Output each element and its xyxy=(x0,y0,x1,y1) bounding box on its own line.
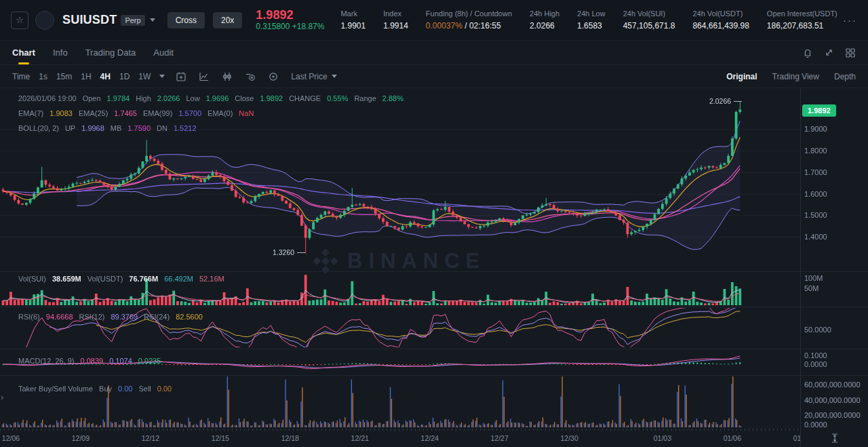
time-axis-label: 01/09 xyxy=(787,434,800,442)
price-chart-canvas[interactable] xyxy=(0,88,800,429)
stat-label: 24h Vol(SUI) xyxy=(623,9,675,18)
price-block: 1.9892 0.315800 +18.87% xyxy=(256,8,324,32)
tab-items: ChartInfoTrading DataAudit xyxy=(12,41,191,64)
time-axis-label: 12/27 xyxy=(485,434,515,442)
panel-collapse-chevron[interactable]: › xyxy=(1,392,3,402)
tab-audit[interactable]: Audit xyxy=(153,41,174,64)
legend-item: 1.9968 xyxy=(81,124,104,132)
interval-1h[interactable]: 1H xyxy=(81,72,91,81)
axis-scale-button[interactable] xyxy=(801,429,868,447)
coin-logo xyxy=(35,11,54,30)
legend-item: RSI(12) xyxy=(79,313,105,321)
price-axis-label: 1.4000 xyxy=(804,233,827,241)
interval-4h[interactable]: 4H xyxy=(100,72,111,81)
interval-1d[interactable]: 1D xyxy=(119,72,130,81)
legend-item: MACD(12, 26, 9) xyxy=(18,357,75,365)
stat-value: 186,207,683.51 xyxy=(767,21,837,31)
favorite-button[interactable]: ☆ xyxy=(11,12,28,29)
expand-icon[interactable] xyxy=(824,47,834,58)
time-axis[interactable]: 12/0612/0912/1212/1512/1812/2112/2412/27… xyxy=(0,429,800,447)
legend-item: 94.6668 xyxy=(46,313,73,321)
price-line-icon[interactable] xyxy=(268,71,279,82)
legend-item: 0.0235 xyxy=(138,357,161,365)
time-axis-label: 12/24 xyxy=(415,434,445,442)
stat-funding-8h-countdown: Funding (8h) / Countdown0.00037% / 02:16… xyxy=(426,9,512,31)
panel-separator xyxy=(0,349,868,349)
legend-item: Close xyxy=(235,94,254,102)
chart-style-icon[interactable] xyxy=(199,71,210,82)
price-axis-label: 1.6000 xyxy=(804,190,827,198)
volume-legend: Vol(SUI)38.659MVol(USDT)76.766M66.492M52… xyxy=(18,275,224,283)
legend-item: CHANGE xyxy=(289,94,321,102)
view-depth[interactable]: Depth xyxy=(834,72,856,81)
interval-1s[interactable]: 1s xyxy=(39,72,47,81)
layout-grid-icon[interactable] xyxy=(845,47,856,58)
taker-axis-label: 40,000,000.0000 xyxy=(804,396,861,404)
time-axis-label: 12/06 xyxy=(0,434,26,442)
stat-value: 1.9914 xyxy=(383,21,408,31)
price-axis-label: 1.9000 xyxy=(804,125,827,133)
tab-trading-data[interactable]: Trading Data xyxy=(85,41,136,64)
macd-axis-label: 0.0000 xyxy=(804,360,827,368)
interval-1w[interactable]: 1W xyxy=(138,72,151,81)
panel-separator xyxy=(0,271,868,272)
tab-bar: ChartInfoTrading DataAudit xyxy=(0,41,868,65)
stat-label: Index xyxy=(383,9,408,18)
legend-item: 0.55% xyxy=(327,94,348,102)
legend-item: 66.492M xyxy=(164,275,193,283)
stat-label: Open Interest(USDT) xyxy=(767,9,837,18)
tab-info[interactable]: Info xyxy=(53,41,68,64)
legend-item: Buy xyxy=(99,385,112,393)
chart-area: BINANCE 2026/01/06 19:00Open1.9784High2.… xyxy=(0,88,868,447)
leverage-button[interactable]: 20x xyxy=(213,12,242,28)
price-source-dropdown[interactable]: Last Price xyxy=(291,72,336,81)
boll-legend: BOLL(20, 2)UP1.9968MB1.7590DN1.5212 xyxy=(18,124,197,132)
view-trading-view[interactable]: Trading View xyxy=(772,72,819,81)
margin-mode-button[interactable]: Cross xyxy=(167,12,205,28)
tab-chart[interactable]: Chart xyxy=(12,41,35,64)
legend-item: UP xyxy=(65,124,75,132)
taker-axis-label: 0.0000 xyxy=(804,421,827,429)
interval-buttons: Time1s15m1H4H1D1W xyxy=(12,72,159,81)
legend-item: 0.1074 xyxy=(109,357,132,365)
legend-item: 52.16M xyxy=(199,275,224,283)
session-low-annotation: 1.3260 xyxy=(273,248,305,256)
time-axis-label: 12/15 xyxy=(205,434,235,442)
interval-time[interactable]: Time xyxy=(12,72,30,81)
last-price: 1.9892 xyxy=(256,8,324,22)
tab-bar-icons xyxy=(802,47,856,58)
stat-value: 864,661,439.98 xyxy=(692,21,749,31)
display-settings-icon[interactable] xyxy=(245,71,256,82)
legend-item: 76.766M xyxy=(129,275,158,283)
panel-separator xyxy=(0,307,868,307)
legend-item: RSI(6) xyxy=(18,313,40,321)
session-high-annotation: 2.0266 xyxy=(709,97,742,105)
contract-type-badge: Perp xyxy=(121,15,144,26)
time-axis-label: 12/12 xyxy=(136,434,165,442)
chart-view-switch: OriginalTrading ViewDepth xyxy=(726,72,856,81)
alert-bell-icon[interactable] xyxy=(802,47,813,58)
panel-separator xyxy=(0,375,868,376)
stat-24h-vol-usdt: 24h Vol(USDT)864,661,439.98 xyxy=(692,9,749,31)
more-icon[interactable]: ··· xyxy=(843,14,857,26)
legend-item: High xyxy=(136,94,151,102)
legend-item: Sell xyxy=(138,385,151,393)
ema-legend: EMA(7)1.9083EMA(25)1.7465EMA(99)1.5700EM… xyxy=(18,109,254,117)
time-axis-label: 01/03 xyxy=(648,434,677,442)
date-range-icon[interactable] xyxy=(176,71,186,82)
legend-item: 1.7590 xyxy=(127,124,151,132)
taker-axis-label: 20,000,000.0000 xyxy=(804,411,861,419)
price-source-label: Last Price xyxy=(291,72,327,81)
leader-line xyxy=(297,252,305,253)
last-price-tag: 1.9892 xyxy=(802,104,836,117)
interval-15m[interactable]: 15m xyxy=(56,72,72,81)
interval-more-icon[interactable] xyxy=(159,75,165,78)
vol-axis-label: 50M xyxy=(804,284,818,292)
symbol-selector[interactable]: SUIUSDT Perp xyxy=(62,13,155,27)
time-axis-label: 12/18 xyxy=(275,434,305,442)
macd-axis-label: 0.1000 xyxy=(804,351,827,359)
header: ☆ SUIUSDT Perp Cross 20x 1.9892 0.315800… xyxy=(0,0,868,41)
view-original[interactable]: Original xyxy=(726,72,757,81)
chart-toolbar: Time1s15m1H4H1D1W L xyxy=(0,65,868,88)
indicators-icon[interactable] xyxy=(222,71,233,82)
